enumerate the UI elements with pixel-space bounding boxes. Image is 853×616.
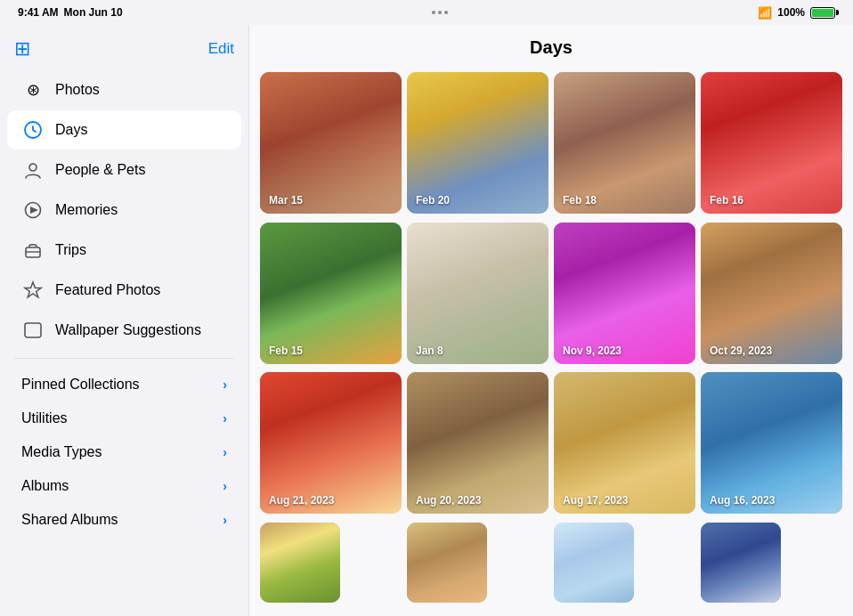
sidebar-item-people-pets[interactable]: People & Pets [7,150,241,190]
dot-1 [432,11,435,14]
photo-date-7: Nov 9, 2023 [563,344,621,357]
sidebar-label-memories: Memories [55,202,227,218]
sidebar-item-utilities[interactable]: Utilities › [7,401,241,432]
shared-albums-label: Shared Albums [21,512,118,528]
wallpaper-suggestions-icon [21,319,45,342]
days-icon [21,118,45,142]
sidebar-label-photos: Photos [55,82,227,98]
photo-cell-3[interactable]: Feb 18 [554,72,695,214]
sidebar-toggle-icon[interactable]: ⊞ [14,37,30,61]
battery-percentage: 100% [777,6,805,19]
dot-2 [438,11,442,14]
photo-grid: Mar 15 Feb 20 Feb 18 Feb 16 Feb 15 Ja [249,67,853,616]
photo-cell-4[interactable]: Feb 16 [701,72,842,214]
photo-cell-8[interactable]: Oct 29, 2023 [701,223,842,364]
page-title: Days [530,37,573,57]
svg-marker-3 [30,207,38,214]
memories-icon [21,199,45,222]
battery-fill [812,9,833,17]
featured-photos-icon [21,279,45,302]
photo-date-2: Feb 20 [416,194,450,207]
svg-rect-7 [25,323,41,337]
status-center [432,11,448,14]
sidebar-header: ⊞ Edit [0,25,248,68]
status-bar: 9:41 AM Mon Jun 10 📶 100% [0,0,853,25]
sidebar-label-people-pets: People & Pets [55,162,227,178]
media-types-chevron: › [223,445,227,459]
utilities-label: Utilities [21,410,68,426]
status-left: 9:41 AM Mon Jun 10 [18,6,123,19]
pinned-collections-label: Pinned Collections [21,377,140,393]
sidebar-item-shared-albums[interactable]: Shared Albums › [7,503,241,533]
sidebar-item-albums[interactable]: Albums › [7,469,241,499]
photo-date-8: Oct 29, 2023 [710,344,772,357]
sidebar-nav-section: ⊛ Photos Days Pe [0,68,248,353]
media-types-label: Media Types [21,444,102,460]
main-content: Days Mar 15 Feb 20 Feb 18 Feb 16 [249,25,853,616]
battery-icon [810,7,835,19]
photo-cell-9[interactable]: Aug 21, 2023 [260,372,402,514]
svg-rect-6 [25,323,41,337]
sidebar-item-media-types[interactable]: Media Types › [7,435,241,466]
sidebar-item-memories[interactable]: Memories [7,190,241,230]
albums-chevron: › [223,479,227,493]
trips-icon [21,239,45,262]
photos-icon: ⊛ [21,78,45,101]
status-time: 9:41 AM [18,6,59,19]
photo-cell-15[interactable] [554,523,634,603]
wifi-icon: 📶 [758,6,772,20]
photo-date-10: Aug 20, 2023 [416,494,481,507]
people-pets-icon [21,158,45,182]
photo-date-12: Aug 16, 2023 [710,494,775,507]
sidebar-item-wallpaper-suggestions[interactable]: Wallpaper Suggestions [7,311,241,350]
photo-date-5: Feb 15 [269,344,303,357]
photo-cell-11[interactable]: Aug 17, 2023 [554,372,695,514]
utilities-chevron: › [223,411,227,426]
edit-button[interactable]: Edit [208,40,234,58]
photo-date-6: Jan 8 [416,344,443,357]
sidebar-item-photos[interactable]: ⊛ Photos [7,70,241,109]
photo-cell-13[interactable] [260,523,340,603]
status-right: 📶 100% [758,6,835,20]
sidebar: ⊞ Edit ⊛ Photos Days [0,25,249,616]
photo-date-3: Feb 18 [563,194,597,207]
photo-date-1: Mar 15 [269,194,303,207]
albums-label: Albums [21,478,69,494]
sidebar-label-featured-photos: Featured Photos [55,282,227,298]
status-date: Mon Jun 10 [64,6,123,19]
photo-cell-2[interactable]: Feb 20 [407,72,548,214]
sidebar-item-featured-photos[interactable]: Featured Photos [7,271,241,310]
sidebar-label-wallpaper: Wallpaper Suggestions [55,322,227,338]
shared-albums-chevron: › [223,513,227,527]
photo-date-4: Feb 16 [710,194,743,207]
svg-point-1 [29,164,37,171]
pinned-collections-chevron: › [223,377,227,392]
app-container: ⊞ Edit ⊛ Photos Days [0,25,853,616]
sidebar-item-pinned-collections[interactable]: Pinned Collections › [7,368,241,398]
main-header: Days [249,25,853,67]
photo-cell-14[interactable] [407,523,487,603]
photo-cell-10[interactable]: Aug 20, 2023 [407,372,548,514]
photo-cell-6[interactable]: Jan 8 [407,223,548,364]
sidebar-divider-1 [14,358,234,359]
dot-3 [444,11,448,14]
photo-date-11: Aug 17, 2023 [563,494,628,507]
photo-cell-16[interactable] [701,523,781,603]
photo-cell-7[interactable]: Nov 9, 2023 [554,223,695,364]
photo-cell-1[interactable]: Mar 15 [260,72,402,214]
photo-cell-5[interactable]: Feb 15 [260,223,402,364]
sidebar-item-days[interactable]: Days [7,110,241,150]
sidebar-item-trips[interactable]: Trips [7,231,241,270]
sidebar-label-days: Days [55,122,227,138]
sidebar-label-trips: Trips [55,242,227,258]
photo-cell-12[interactable]: Aug 16, 2023 [701,372,842,514]
photo-date-9: Aug 21, 2023 [269,494,334,507]
